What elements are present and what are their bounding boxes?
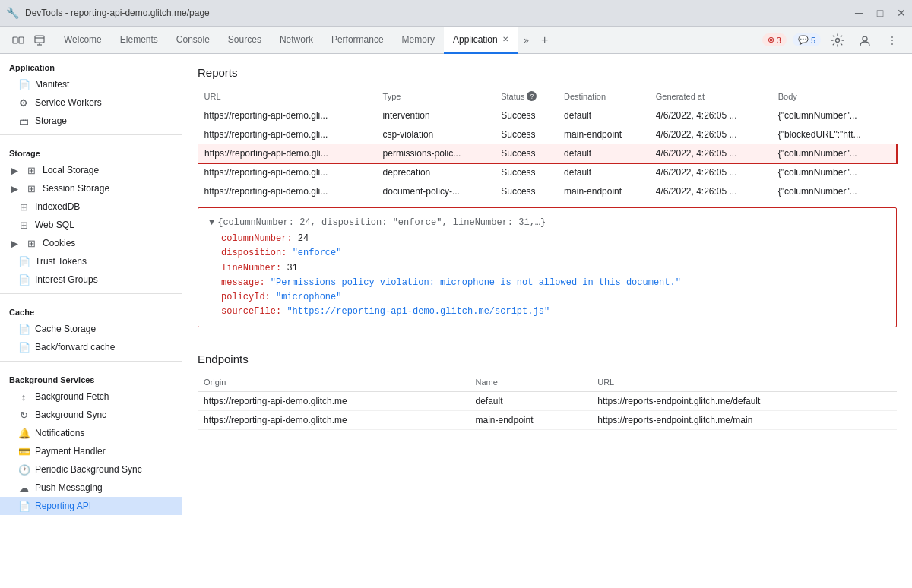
sidebar-item-cookies[interactable]: ▶ ⊞ Cookies (0, 234, 182, 252)
reports-table-row[interactable]: https://reporting-api-demo.gli...permiss… (198, 144, 897, 163)
bfcache-icon: 📄 (18, 342, 29, 353)
tab-bar-left (3, 31, 55, 49)
sidebar-item-bfcache[interactable]: 📄 Back/forward cache (0, 338, 182, 356)
expand-icon-local: ▶ (9, 165, 20, 176)
reports-table: URL Type Status ? Destination Generated … (198, 87, 897, 201)
devtools-icon: 🔧 (6, 7, 19, 19)
manifest-icon: 📄 (18, 79, 29, 90)
user-button[interactable] (854, 30, 876, 51)
new-tab-button[interactable]: + (536, 31, 554, 49)
endpoints-title: Endpoints (182, 340, 912, 373)
tab-bar: Welcome Elements Console Sources Network… (0, 27, 912, 54)
push-messaging-icon: ☁ (18, 482, 29, 494)
col-generated-at: Generated at (650, 87, 772, 106)
endpoints-table-row[interactable]: https://reporting-api-demo.glitch.memain… (198, 411, 897, 430)
cookies-icon: ⊞ (26, 238, 36, 249)
trust-tokens-icon: 📄 (18, 256, 29, 267)
window-toggle-button[interactable] (30, 31, 49, 49)
detail-property: lineNumber: 31 (221, 261, 885, 276)
reports-table-row[interactable]: https://reporting-api-demo.gli...interve… (198, 106, 897, 125)
background-fetch-icon: ↕ (18, 391, 29, 403)
ep-col-url: URL (591, 373, 897, 392)
ep-col-origin: Origin (198, 373, 469, 392)
sidebar-item-interest-groups[interactable]: 📄 Interest Groups (0, 270, 182, 289)
storage-icon: 🗃 (18, 115, 29, 127)
tab-welcome[interactable]: Welcome (55, 27, 111, 54)
tab-network[interactable]: Network (271, 27, 322, 54)
col-url: URL (198, 87, 377, 106)
warning-badge[interactable]: 💬 5 (793, 33, 821, 46)
sidebar-item-storage[interactable]: 🗃 Storage (0, 112, 182, 130)
col-type: Type (377, 87, 496, 106)
svg-rect-1 (19, 37, 24, 43)
minimize-button[interactable]: ─ (854, 8, 863, 17)
title-bar-title: DevTools - reporting-api-demo.glitch.me/… (25, 8, 848, 18)
sidebar-item-local-storage[interactable]: ▶ ⊞ Local Storage (0, 161, 182, 179)
sidebar-item-payment-handler[interactable]: 💳 Payment Handler (0, 442, 182, 460)
sidebar-item-session-storage[interactable]: ▶ ⊞ Session Storage (0, 179, 182, 198)
col-body: Body (772, 87, 897, 106)
service-workers-icon: ⚙ (18, 97, 29, 109)
title-bar-controls: ─ □ ✕ (854, 8, 906, 17)
col-status: Status ? (495, 87, 558, 106)
tab-sources[interactable]: Sources (219, 27, 271, 54)
interest-groups-icon: 📄 (18, 274, 29, 286)
sidebar-section-cache: Cache (0, 299, 182, 320)
sidebar-item-background-fetch[interactable]: ↕ Background Fetch (0, 387, 182, 406)
detail-properties: columnNumber: 24disposition: "enforce"li… (209, 232, 885, 319)
expand-icon-session: ▶ (9, 183, 20, 194)
sidebar-item-periodic-sync[interactable]: 🕐 Periodic Background Sync (0, 460, 182, 479)
sidebar: Application 📄 Manifest ⚙ Service Workers… (0, 54, 182, 588)
info-icon: 💬 (798, 35, 809, 45)
sidebar-item-manifest[interactable]: 📄 Manifest (0, 75, 182, 93)
error-badge[interactable]: ⊗ 3 (762, 33, 787, 46)
sidebar-item-trust-tokens[interactable]: 📄 Trust Tokens (0, 252, 182, 270)
sidebar-item-cache-storage[interactable]: 📄 Cache Storage (0, 320, 182, 338)
settings-button[interactable] (827, 30, 848, 51)
back-forward-button[interactable] (9, 31, 27, 49)
reports-table-row[interactable]: https://reporting-api-demo.gli...csp-vio… (198, 125, 897, 144)
local-storage-icon: ⊞ (26, 165, 36, 176)
endpoints-section: Endpoints Origin Name URL https://report… (182, 340, 912, 430)
status-info-icon[interactable]: ? (527, 91, 537, 101)
more-options-button[interactable]: ⋮ (882, 30, 903, 51)
sidebar-item-service-workers[interactable]: ⚙ Service Workers (0, 93, 182, 112)
reports-table-row[interactable]: https://reporting-api-demo.gli...documen… (198, 182, 897, 201)
endpoints-table-row[interactable]: https://reporting-api-demo.glitch.medefa… (198, 392, 897, 411)
reports-title: Reports (182, 54, 912, 87)
tab-elements[interactable]: Elements (111, 27, 167, 54)
reports-table-container: URL Type Status ? Destination Generated … (182, 87, 912, 201)
reports-section: Reports URL Type Status ? (182, 54, 912, 327)
tab-performance[interactable]: Performance (322, 27, 393, 54)
sidebar-item-indexeddb[interactable]: ⊞ IndexedDB (0, 198, 182, 216)
tab-application[interactable]: Application ✕ (444, 27, 518, 54)
sidebar-item-notifications[interactable]: 🔔 Notifications (0, 424, 182, 442)
notifications-icon: 🔔 (18, 428, 29, 439)
payment-handler-icon: 💳 (18, 446, 29, 457)
more-tabs-button[interactable]: » (518, 31, 536, 49)
reports-table-row[interactable]: https://reporting-api-demo.gli...depreca… (198, 163, 897, 182)
sidebar-item-push-messaging[interactable]: ☁ Push Messaging (0, 479, 182, 497)
sidebar-divider-2 (0, 293, 182, 294)
sidebar-divider-3 (0, 361, 182, 362)
tab-close-icon[interactable]: ✕ (502, 35, 508, 43)
detail-property: disposition: "enforce" (221, 246, 885, 261)
background-sync-icon: ↻ (18, 409, 29, 421)
close-button[interactable]: ✕ (897, 8, 906, 17)
tab-console[interactable]: Console (167, 27, 219, 54)
content-area: Reports URL Type Status ? (182, 54, 912, 588)
sidebar-item-reporting-api[interactable]: 📄 Reporting API (0, 497, 182, 515)
endpoints-table: Origin Name URL https://reporting-api-de… (198, 373, 897, 430)
periodic-sync-icon: 🕐 (18, 464, 29, 476)
sidebar-section-application: Application (0, 54, 182, 75)
tab-bar-right: ⊗ 3 💬 5 ⋮ (762, 30, 909, 51)
session-storage-icon: ⊞ (26, 183, 36, 194)
sidebar-item-websql[interactable]: ⊞ Web SQL (0, 216, 182, 234)
indexeddb-icon: ⊞ (18, 201, 29, 213)
report-detail-box: ▼ {columnNumber: 24, disposition: "enfor… (198, 207, 897, 327)
reporting-api-icon: 📄 (18, 501, 29, 512)
sidebar-item-background-sync[interactable]: ↻ Background Sync (0, 406, 182, 424)
tab-memory[interactable]: Memory (393, 27, 444, 54)
error-icon: ⊗ (768, 35, 774, 45)
maximize-button[interactable]: □ (876, 8, 885, 17)
